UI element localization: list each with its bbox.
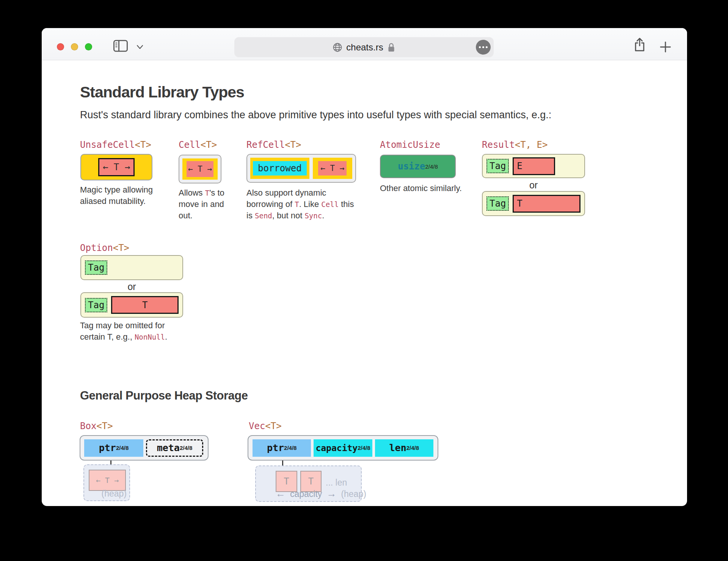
unsafecell-t-cell: ← T → xyxy=(98,158,135,176)
type-name: Box xyxy=(80,421,96,431)
refcell-borrowed-cell: borrowed xyxy=(253,161,307,176)
arrow-right-icon: → xyxy=(326,488,336,500)
type-name: UnsafeCell xyxy=(80,139,135,150)
cell-text: len xyxy=(389,442,406,453)
usize-cell: usize xyxy=(398,161,425,172)
type-link-unsafecell[interactable]: UnsafeCell<T> xyxy=(80,139,151,150)
result-t-cell: T xyxy=(513,195,581,213)
close-button[interactable] xyxy=(57,43,64,50)
vec-capacity-row: ← capacity → (heap) xyxy=(276,488,358,500)
box-heap-region: ← T → (heap) xyxy=(83,464,130,501)
more-options-icon xyxy=(482,46,484,48)
unsafecell-caption: Magic type allowing aliased mutability. xyxy=(80,184,158,207)
size-note: 2/4/8 xyxy=(358,445,370,451)
vec-heap-region: T T ... len ← capacity → (heap) xyxy=(255,465,362,502)
caption-text: Allows xyxy=(179,188,205,197)
cell-t-cell: ← T → xyxy=(187,161,213,177)
browser-toolbar: cheats.rs xyxy=(42,28,687,60)
size-note: 2/4/8 xyxy=(406,445,419,451)
capacity-span-label: capacity xyxy=(290,489,322,499)
url-text: cheats.rs xyxy=(346,42,383,53)
type-link-vec[interactable]: Vec<T> xyxy=(249,421,282,431)
type-generics: <T> xyxy=(285,139,301,150)
type-link-option[interactable]: Option<T> xyxy=(80,243,129,253)
type-name: Option xyxy=(80,243,113,253)
size-note: 2/4/8 xyxy=(284,445,297,451)
globe-icon xyxy=(332,42,343,53)
address-bar[interactable]: cheats.rs xyxy=(234,37,494,57)
type-name: AtomicUsize xyxy=(380,139,440,150)
box-ptr-cell: ptr2/4/8 xyxy=(84,439,143,457)
type-link-cell[interactable]: Cell<T> xyxy=(179,139,217,150)
vec-capacity-cell: capacity2/4/8 xyxy=(314,439,372,457)
inline-code: Cell xyxy=(321,200,339,208)
size-note: 2/4/8 xyxy=(425,163,438,170)
size-note: 2/4/8 xyxy=(116,445,129,451)
new-tab-button[interactable] xyxy=(659,41,672,53)
option-t-cell: T xyxy=(111,296,179,314)
option-none-variant: Tag xyxy=(80,255,183,280)
share-icon xyxy=(632,36,647,53)
caption-text: , but not xyxy=(272,211,305,220)
cell-caption: Allows T's to move in and out. xyxy=(179,187,230,221)
caption-text: . Like xyxy=(299,199,322,209)
unsafecell-diagram: ← T → xyxy=(80,154,152,180)
inline-code: T xyxy=(205,189,209,197)
vec-stack-diagram: ptr2/4/8 capacity2/4/8 len2/4/8 xyxy=(248,435,438,461)
type-generics: <T, E> xyxy=(515,139,548,150)
atomicusize-caption: Other atomic similarly. xyxy=(380,183,475,194)
cell-text: capacity xyxy=(315,443,358,453)
result-e-cell: E xyxy=(513,157,555,175)
type-link-result[interactable]: Result<T, E> xyxy=(482,139,548,150)
result-or-text: or xyxy=(482,180,585,191)
share-button[interactable] xyxy=(632,36,647,53)
box-heap-t-cell: ← T → xyxy=(89,470,126,491)
option-or-text: or xyxy=(80,281,183,292)
plus-icon xyxy=(659,41,672,53)
lock-icon xyxy=(387,42,396,53)
option-caption: Tag may be omitted for certain T, e.g., … xyxy=(80,320,169,343)
page-settings-button[interactable] xyxy=(476,40,491,55)
sidebar-toggle-button[interactable] xyxy=(113,39,128,52)
more-options-icon xyxy=(486,46,488,48)
browser-window: cheats.rs Standard Library Types xyxy=(42,28,687,506)
vec-len-cell: len2/4/8 xyxy=(375,439,433,457)
type-name: Vec xyxy=(249,421,265,431)
cell-diagram: ← T → xyxy=(179,155,221,183)
result-ok-variant: Tag E xyxy=(482,154,585,178)
refcell-gold-layer: ← T → xyxy=(313,158,352,179)
refcell-t-cell: ← T → xyxy=(318,161,347,176)
page-title: Standard Library Types xyxy=(80,83,244,101)
refcell-gold-layer: borrowed xyxy=(250,158,309,179)
caption-text: . xyxy=(322,211,324,220)
option-tag-cell: Tag xyxy=(85,298,107,312)
cell-text: meta xyxy=(157,442,180,453)
vec-len-note: ... len xyxy=(326,478,347,488)
caption-text: . xyxy=(165,332,167,342)
type-link-refcell[interactable]: RefCell<T> xyxy=(246,139,301,150)
type-generics: <T> xyxy=(201,139,217,150)
refcell-caption: Also support dynamic borrowing of T. Lik… xyxy=(246,187,362,221)
zoom-button[interactable] xyxy=(85,43,92,50)
more-options-icon xyxy=(479,46,481,48)
refcell-diagram: borrowed ← T → xyxy=(246,154,356,183)
heap-label: (heap) xyxy=(102,489,127,499)
minimize-button[interactable] xyxy=(71,43,78,50)
type-name: Result xyxy=(482,139,515,150)
sidebar-icon xyxy=(113,39,128,52)
inline-code: Send xyxy=(255,212,272,220)
inline-code: NonNull xyxy=(135,333,165,341)
type-name: Cell xyxy=(179,139,201,150)
option-tag-cell: Tag xyxy=(85,260,107,275)
type-link-box[interactable]: Box<T> xyxy=(80,421,113,431)
box-meta-cell: meta2/4/8 xyxy=(146,439,203,457)
inline-code: T xyxy=(295,200,299,208)
type-generics: <T> xyxy=(265,421,281,431)
sidebar-dropdown-button[interactable] xyxy=(136,44,144,50)
section-title: General Purpose Heap Storage xyxy=(80,389,248,403)
result-err-variant: Tag T xyxy=(482,191,585,216)
cell-text: ptr xyxy=(267,442,284,453)
option-some-variant: Tag T xyxy=(80,292,183,318)
type-link-atomicusize[interactable]: AtomicUsize xyxy=(380,139,440,150)
atomicusize-diagram: usize2/4/8 xyxy=(380,155,456,178)
